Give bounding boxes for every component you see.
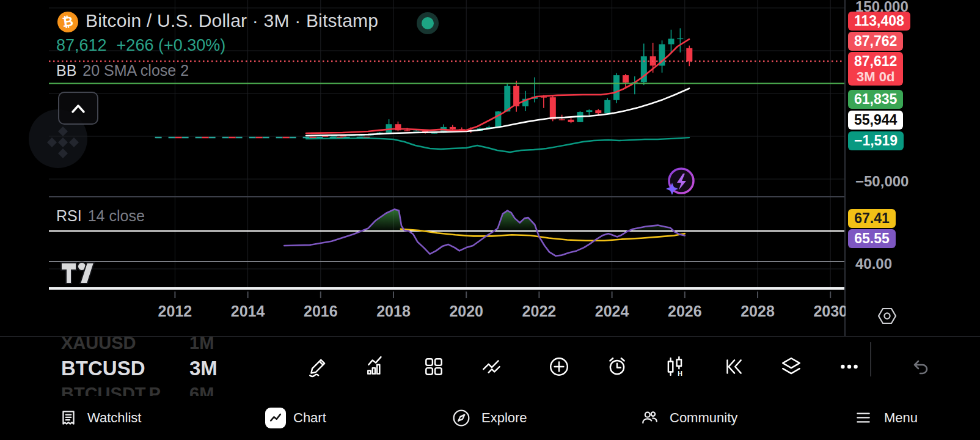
price-scale-badge: 55,944 [848, 111, 903, 130]
nav-label: Community [670, 410, 737, 426]
picker-interval[interactable]: 1M [189, 333, 214, 353]
draw-button[interactable] [307, 356, 329, 378]
price-change: +266 (+0.30%) [117, 36, 226, 54]
price-scale-badge: 61,835 [848, 90, 903, 109]
undo-button[interactable] [910, 356, 932, 378]
indicators-button[interactable] [365, 356, 387, 378]
nav-item-chart[interactable] [265, 396, 286, 440]
watchlist-icon [59, 409, 78, 427]
nav-item-chart-label[interactable]: Chart [293, 396, 326, 440]
bar-countdown: 3M 0d [854, 69, 897, 85]
undo-icon [910, 356, 932, 378]
picker-symbol-btcusd[interactable]: BTCUSD [61, 357, 145, 380]
add-button[interactable] [548, 356, 570, 378]
layers-icon [780, 356, 802, 378]
replay-button[interactable] [722, 356, 744, 378]
nav-item-watchlist-label[interactable]: Watchlist [87, 396, 141, 440]
scale-label-bottom[interactable]: −50,000 [855, 173, 909, 190]
rsi-name: RSI [56, 207, 82, 224]
bar-type-button[interactable]: H [664, 356, 686, 378]
svg-text:H: H [678, 370, 682, 377]
nav-label: Menu [884, 410, 918, 426]
ai-flash-button[interactable] [665, 166, 697, 198]
collapse-panel-button[interactable] [58, 92, 98, 125]
compare-button[interactable] [481, 356, 503, 378]
market-status-icon[interactable] [417, 12, 439, 34]
nav-label: Explore [481, 410, 527, 426]
bb-indicator-label[interactable]: BB20 SMA close 2 [56, 62, 189, 79]
nav-item-explore-label[interactable]: Explore [481, 396, 527, 440]
alert-icon [606, 356, 628, 378]
rsi-params: 14 close [88, 207, 145, 224]
add-icon [548, 356, 570, 378]
bottom-nav-bar: WatchlistChartExploreCommunityMenu [0, 396, 980, 440]
nav-label: Chart [293, 410, 326, 426]
last-price: 87,612 [56, 36, 107, 54]
nav-item-watchlist[interactable] [59, 396, 78, 440]
compare-icon [481, 356, 503, 378]
bb-name: BB [56, 62, 76, 79]
bar-type-icon: H [664, 356, 686, 378]
lightning-sparkle-icon [665, 166, 697, 198]
layouts-button[interactable] [423, 356, 445, 378]
nav-item-explore[interactable] [452, 396, 470, 440]
divider [0, 336, 980, 337]
nav-label: Watchlist [87, 410, 141, 426]
price-scale-badge: 87,6123M 0d [848, 52, 903, 86]
tradingview-chart-screen: 2012201420162018202020222024202620282030… [0, 0, 980, 440]
rsi-indicator-label[interactable]: RSI14 close [56, 207, 145, 225]
nav-item-menu[interactable] [854, 396, 872, 440]
price-scale-badge: 87,762 [848, 32, 903, 51]
divider [870, 342, 871, 376]
price-scale-badge: −1,519 [848, 131, 904, 150]
chevron-up-icon [68, 100, 89, 116]
bb-params: 20 SMA close 2 [82, 62, 189, 79]
chart-settings-button[interactable] [875, 305, 899, 329]
layouts-icon [423, 356, 445, 378]
hexagon-nut-icon [875, 305, 899, 329]
chart-icon [265, 408, 286, 428]
menu-icon [854, 409, 872, 427]
price-scale-badge: 113,408 [848, 12, 910, 31]
price-row: 87,612+266 (+0.30%) [56, 36, 225, 55]
rsi-scale-label-40[interactable]: 40.00 [855, 255, 892, 273]
symbol-title[interactable]: Bitcoin / U.S. Dollar · 3M · Bitstamp [86, 10, 378, 31]
nav-item-community-label[interactable]: Community [670, 396, 737, 440]
layers-button[interactable] [780, 356, 802, 378]
explore-icon [452, 409, 470, 427]
alert-button[interactable] [606, 356, 628, 378]
price-scale-badge: 67.41 [848, 209, 896, 228]
picker-symbol-xauusd[interactable]: XAUUSD [61, 333, 136, 353]
more-button[interactable] [838, 356, 860, 378]
nav-item-community[interactable] [640, 396, 659, 440]
price-scale-badge: 65.55 [848, 229, 896, 248]
community-icon [640, 409, 659, 427]
draw-icon [307, 356, 329, 378]
picker-interval[interactable]: 3M [189, 357, 218, 380]
tradingview-logo [59, 258, 96, 288]
more-icon [838, 356, 860, 378]
replay-icon [722, 356, 744, 378]
indicators-icon [365, 356, 387, 378]
nav-item-menu-label[interactable]: Menu [884, 396, 918, 440]
